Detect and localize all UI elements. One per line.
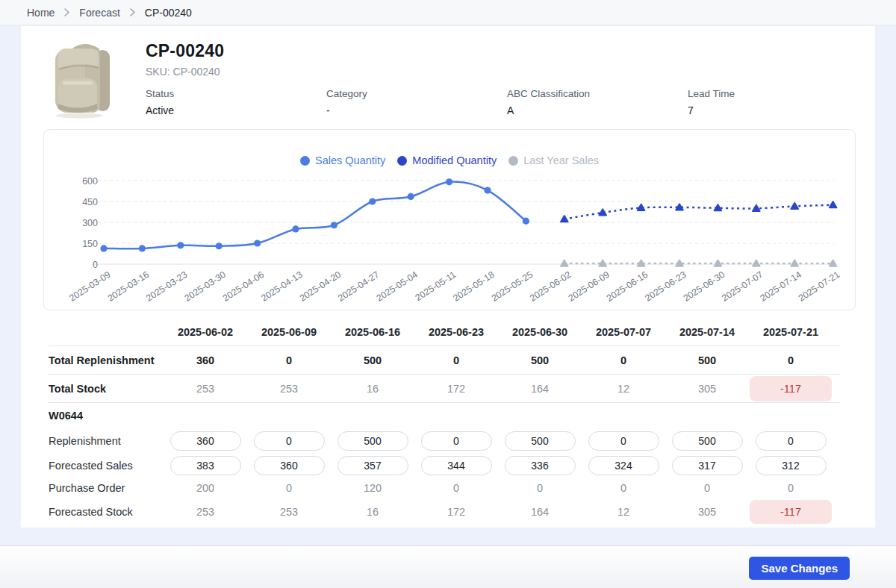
main-card: CP-00240 SKU: CP-00240 StatusActiveCateg…	[21, 26, 875, 528]
forecasted-stock-cell: 16	[331, 506, 414, 518]
product-sku: SKU: CP-00240	[146, 66, 868, 78]
forecast-chart-card: Sales QuantityModified QuantityLast Year…	[43, 129, 856, 310]
svg-text:2025-06-02: 2025-06-02	[528, 269, 573, 304]
purchase-order-cell: 0	[749, 482, 833, 494]
forecasted-sales-input[interactable]	[254, 456, 325, 475]
forecasted-sales-cell	[247, 456, 331, 475]
table-bottom-border	[49, 528, 840, 529]
forecasted-sales-input[interactable]	[588, 456, 659, 475]
forecasted-sales-cell	[164, 456, 247, 475]
table-row-total-replenishment: Total Replenishment3600500050005000	[49, 346, 840, 375]
replenishment-cell	[164, 431, 247, 451]
breadcrumb-forecast[interactable]: Forecast	[79, 7, 119, 19]
breadcrumb-home[interactable]: Home	[27, 7, 55, 19]
svg-text:300: 300	[82, 218, 98, 228]
forecasted-sales-input[interactable]	[756, 456, 827, 475]
svg-text:450: 450	[82, 197, 98, 207]
forecasted-stock-cell: 12	[582, 506, 665, 518]
svg-text:2025-04-27: 2025-04-27	[336, 269, 382, 304]
date-column-header: 2025-06-23	[414, 326, 498, 338]
svg-text:600: 600	[82, 176, 98, 187]
product-field-value: Active	[146, 104, 326, 116]
replenishment-input[interactable]	[505, 431, 576, 451]
legend-item-sales-quantity[interactable]: Sales Quantity	[300, 154, 385, 166]
date-column-header: 2025-07-21	[749, 326, 833, 338]
replenishment-input[interactable]	[254, 431, 325, 451]
svg-text:2025-05-04: 2025-05-04	[374, 269, 420, 304]
forecasted-stock-cell: -117	[749, 500, 833, 524]
row-label: Forecasted Sales	[49, 460, 164, 472]
forecasted-sales-input[interactable]	[337, 456, 408, 475]
chevron-right-icon	[64, 8, 69, 16]
product-field: Lead Time7	[688, 88, 868, 116]
forecasted-sales-cell	[498, 456, 582, 475]
svg-text:2025-04-13: 2025-04-13	[259, 269, 305, 304]
purchase-order-cell: 200	[164, 482, 247, 494]
legend-label: Last Year Sales	[523, 154, 599, 166]
product-field-value: A	[507, 104, 688, 116]
svg-text:2025-07-21: 2025-07-21	[797, 269, 842, 304]
table-row-purchase-order: Purchase Order200012000000	[49, 478, 840, 498]
breadcrumb: Home Forecast CP-00240	[0, 0, 896, 25]
legend-item-modified-quantity[interactable]: Modified Quantity	[397, 154, 497, 166]
replenishment-input[interactable]	[588, 431, 659, 451]
replenishment-input[interactable]	[170, 431, 241, 451]
table-row-total-stock: Total Stock2532531617216412305-117	[49, 375, 840, 403]
product-field: StatusActive	[146, 88, 326, 116]
legend-label: Sales Quantity	[315, 154, 385, 166]
svg-text:2025-06-23: 2025-06-23	[643, 269, 688, 304]
replenishment-input[interactable]	[337, 431, 408, 451]
forecasted-sales-input[interactable]	[672, 456, 743, 475]
replenishment-cell	[749, 431, 833, 451]
replenishment-input[interactable]	[756, 431, 827, 451]
forecasted-stock-cell: 253	[247, 506, 331, 518]
product-field: Category-	[326, 88, 507, 116]
forecasted-sales-input[interactable]	[170, 456, 241, 475]
forecasted-sales-cell	[665, 456, 749, 475]
forecasted-stock-cell: 172	[414, 506, 498, 518]
breadcrumb-current-page: CP-00240	[145, 7, 192, 19]
total-stock-cell: -117	[749, 376, 833, 401]
forecasted-stock-cell: 164	[498, 506, 582, 518]
legend-dot-icon	[508, 156, 518, 166]
forecasted-stock-cell: 253	[164, 506, 247, 518]
row-label: Purchase Order	[49, 482, 164, 494]
save-changes-button[interactable]: Save Changes	[749, 557, 850, 580]
row-label: Replenishment	[49, 435, 164, 447]
product-field-label: ABC Classification	[507, 88, 688, 99]
svg-text:2025-04-20: 2025-04-20	[298, 269, 343, 304]
replenishment-input[interactable]	[672, 431, 743, 451]
total-replenishment-cell: 0	[247, 354, 331, 366]
total-stock-cell: 12	[582, 383, 665, 395]
product-field-label: Status	[146, 88, 326, 99]
purchase-order-cell: 0	[665, 482, 749, 494]
forecasted-sales-input[interactable]	[505, 456, 576, 475]
product-field-value: -	[326, 104, 507, 116]
purchase-order-cell: 0	[582, 482, 665, 494]
replenishment-cell	[498, 431, 582, 451]
row-label: Total Replenishment	[49, 354, 164, 366]
date-column-header: 2025-06-16	[331, 326, 414, 338]
svg-text:2025-05-25: 2025-05-25	[490, 269, 535, 304]
svg-text:2025-07-14: 2025-07-14	[758, 269, 803, 304]
total-stock-cell: 253	[247, 383, 331, 395]
forecasted-sales-input[interactable]	[421, 456, 492, 475]
svg-text:2025-03-30: 2025-03-30	[182, 269, 228, 304]
row-label: Forecasted Stock	[49, 506, 164, 518]
forecasted-stock-cell: 305	[665, 506, 749, 518]
replenishment-cell	[247, 431, 331, 451]
replenishment-cell	[582, 431, 665, 451]
table-row-dates: 2025-06-022025-06-092025-06-162025-06-23…	[49, 318, 840, 346]
total-stock-cell: 305	[665, 383, 749, 395]
product-info: CP-00240 SKU: CP-00240 StatusActiveCateg…	[146, 40, 868, 122]
replenishment-input[interactable]	[421, 431, 492, 451]
row-label: Total Stock	[49, 383, 164, 395]
negative-stock-badge: -117	[750, 500, 832, 524]
svg-text:2025-06-09: 2025-06-09	[566, 269, 612, 304]
replenishment-cell	[331, 431, 414, 451]
footer-bar: Save Changes	[0, 545, 896, 588]
date-column-header: 2025-06-09	[247, 326, 331, 338]
purchase-order-cell: 120	[331, 482, 414, 494]
legend-item-last-year-sales[interactable]: Last Year Sales	[508, 154, 599, 166]
date-column-header: 2025-06-30	[498, 326, 582, 338]
